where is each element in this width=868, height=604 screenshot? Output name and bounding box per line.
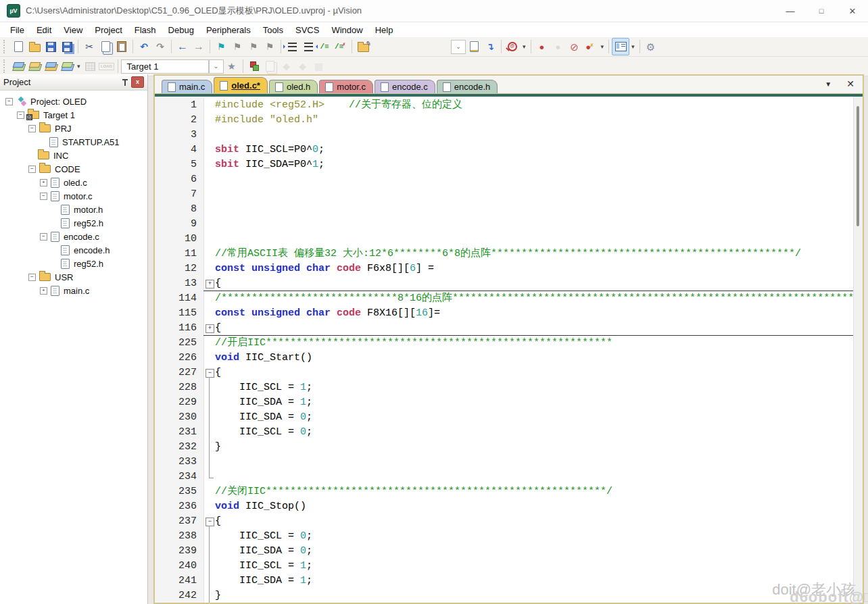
- menu-tools[interactable]: Tools: [257, 24, 289, 36]
- tree-item-reg52-h[interactable]: reg52.h: [0, 257, 147, 270]
- code-line-9[interactable]: 9: [155, 217, 854, 232]
- fold-collapse-icon[interactable]: −: [206, 369, 214, 378]
- menu-file[interactable]: File: [4, 24, 30, 36]
- expand-icon[interactable]: +: [40, 287, 47, 295]
- comment-selection-button[interactable]: /≡: [316, 39, 333, 55]
- code-line-4[interactable]: 4sbit IIC_SCL=P0^0;: [155, 143, 854, 157]
- manage-rte-button[interactable]: [246, 58, 262, 74]
- open-folder-button[interactable]: [26, 39, 43, 55]
- tree-item-oled-c[interactable]: +oled.c: [0, 176, 147, 189]
- close-document-icon[interactable]: ✕: [846, 79, 854, 89]
- tree-item-startup-a51[interactable]: STARTUP.A51: [0, 135, 147, 149]
- undo-button[interactable]: ↶: [136, 39, 152, 55]
- outdent-button[interactable]: [300, 39, 316, 55]
- code-line-242[interactable]: 242}: [155, 588, 854, 603]
- save-all-button[interactable]: [59, 39, 75, 55]
- code-line-236[interactable]: 236void IIC_Stop(): [155, 499, 854, 514]
- menu-flash[interactable]: Flash: [128, 24, 162, 36]
- tab-encode.c[interactable]: encode.c: [375, 80, 435, 93]
- bookmark-next-button[interactable]: ⚑: [245, 39, 262, 55]
- code-line-8[interactable]: 8: [155, 202, 854, 217]
- diamond-a-button[interactable]: ◆: [279, 58, 295, 74]
- redo-button[interactable]: ↷: [152, 39, 168, 55]
- collapse-icon[interactable]: −: [28, 274, 36, 281]
- dropdown-arrow-icon[interactable]: ▾: [629, 43, 637, 50]
- expand-icon[interactable]: +: [40, 179, 47, 186]
- target-select-dropdown[interactable]: ⌄: [209, 59, 224, 74]
- tree-item-encode-c[interactable]: −encode.c: [0, 230, 147, 243]
- maximize-button[interactable]: □: [806, 0, 837, 22]
- manage-books-button[interactable]: [262, 58, 279, 74]
- tree-item-encode-h[interactable]: encode.h: [0, 243, 147, 257]
- tree-item-reg52-h[interactable]: reg52.h: [0, 216, 147, 230]
- code-line-12[interactable]: 12const unsigned char code F6x8[][6] =: [155, 261, 854, 276]
- code-line-2[interactable]: 2#include "oled.h": [155, 113, 854, 128]
- bp-toggle-button[interactable]: ●: [534, 39, 550, 55]
- load-button[interactable]: LOAD: [99, 58, 115, 74]
- code-line-6[interactable]: 6: [155, 172, 854, 187]
- code-line-3[interactable]: 3: [155, 128, 854, 143]
- rebuild-button[interactable]: [43, 58, 59, 74]
- collapse-icon[interactable]: −: [28, 166, 36, 173]
- find-next-doc-button[interactable]: [466, 39, 482, 55]
- tree-item-code[interactable]: −CODE: [0, 162, 147, 176]
- menu-peripherals[interactable]: Peripherals: [200, 24, 257, 36]
- fold-collapse-icon[interactable]: −: [206, 518, 214, 526]
- tree-item-main-c[interactable]: +main.c: [0, 284, 147, 297]
- fold-expand-icon[interactable]: +: [206, 280, 214, 288]
- minimize-button[interactable]: —: [775, 0, 806, 22]
- bp-kill-button[interactable]: ⊘: [566, 39, 583, 55]
- code-line-229[interactable]: 229 IIC_SDA = 1;: [155, 395, 854, 410]
- menu-edit[interactable]: Edit: [30, 24, 57, 36]
- vertical-scrollbar[interactable]: [853, 97, 863, 603]
- uncomment-selection-button[interactable]: /≡✗: [333, 39, 349, 55]
- copy-button[interactable]: [97, 39, 114, 55]
- bookmark-prev-button[interactable]: ⚑: [229, 39, 245, 55]
- close-button[interactable]: ✕: [837, 0, 868, 22]
- code-line-227[interactable]: 227−{: [155, 366, 854, 380]
- tree-item-target-1[interactable]: −Target 1: [0, 108, 147, 122]
- code-line-13[interactable]: 13+{: [155, 276, 854, 291]
- paste-button[interactable]: [114, 39, 130, 55]
- dropdown-arrow-icon[interactable]: ▾: [521, 43, 528, 50]
- build-button[interactable]: [26, 58, 43, 74]
- tree-item-prj[interactable]: −PRJ: [0, 122, 147, 135]
- code-line-10[interactable]: 10: [155, 232, 854, 247]
- bp-kill-all-button[interactable]: ●✗: [583, 39, 599, 55]
- wrench-button[interactable]: ⚙: [643, 39, 659, 55]
- code-line-228[interactable]: 228 IIC_SCL = 1;: [155, 380, 854, 395]
- fold-expand-icon[interactable]: +: [206, 324, 214, 333]
- tab-main.c[interactable]: main.c: [162, 80, 212, 93]
- menu-debug[interactable]: Debug: [162, 24, 200, 36]
- code-line-225[interactable]: 225//开启IIC******************************…: [155, 336, 854, 351]
- find-in-files-button[interactable]: [355, 39, 371, 55]
- bookmark-toggle-button[interactable]: ⚑: [213, 39, 229, 55]
- window-layout-button[interactable]: [612, 38, 629, 55]
- code-line-5[interactable]: 5sbit IIC_SDA=P0^1;: [155, 157, 854, 172]
- code-line-233[interactable]: 233: [155, 455, 854, 470]
- tree-item-motor-h[interactable]: motor.h: [0, 203, 147, 216]
- bookmark-clear-button[interactable]: ⚑: [262, 39, 278, 55]
- menu-window[interactable]: Window: [325, 24, 368, 36]
- code-line-238[interactable]: 238 IIC_SCL = 0;: [155, 529, 854, 544]
- diamond-b-button[interactable]: ◆: [295, 58, 311, 74]
- code-line-1[interactable]: 1#include <reg52.H> //关于寄存器、位的定义: [155, 98, 854, 113]
- tree-item-motor-c[interactable]: −motor.c: [0, 189, 147, 203]
- search-mag-button[interactable]: [504, 39, 521, 55]
- new-file-button[interactable]: [10, 39, 26, 55]
- translate-button[interactable]: [10, 58, 26, 74]
- collapse-icon[interactable]: −: [40, 233, 47, 241]
- tree-item-usr[interactable]: −USR: [0, 270, 147, 284]
- options-wizard-button[interactable]: ★: [224, 58, 240, 74]
- batch-build-button[interactable]: [59, 58, 75, 74]
- save-button[interactable]: [43, 39, 59, 55]
- code-line-239[interactable]: 239 IIC_SDA = 0;: [155, 544, 854, 559]
- tab-encode.h[interactable]: encode.h: [437, 80, 498, 93]
- collapse-icon[interactable]: −: [28, 125, 36, 132]
- collapse-icon[interactable]: −: [40, 193, 47, 200]
- code-line-241[interactable]: 241 IIC_SDA = 1;: [155, 574, 854, 588]
- tree-item-project-oled[interactable]: −Project: OLED: [0, 95, 147, 108]
- indent-button[interactable]: [284, 39, 300, 55]
- tab-oled.h[interactable]: oled.h: [269, 80, 318, 93]
- code-line-7[interactable]: 7: [155, 187, 854, 202]
